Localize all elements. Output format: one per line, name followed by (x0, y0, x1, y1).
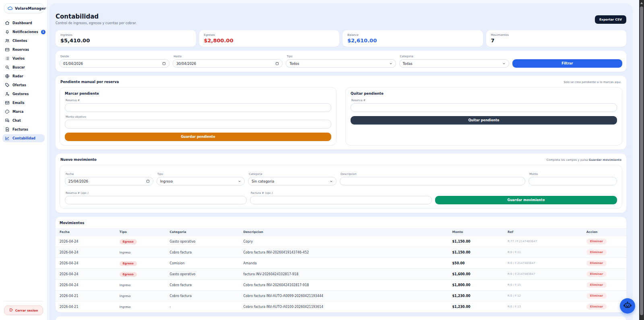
mark-reserva-field: Reserva # (65, 99, 331, 112)
mark-pending-subcard: Marcar pendiente Reserva # Monto objetiv… (60, 87, 336, 145)
sidebar-item-label: Buscar (12, 66, 25, 69)
tag-icon (5, 83, 10, 87)
stat-label: Ingresos (60, 33, 191, 37)
guardar-pendiente-button[interactable]: Guardar pendiente (65, 133, 331, 141)
stat-label: Balance (347, 33, 478, 37)
sidebar-item-label: Radar (12, 75, 23, 78)
filter-hasta: Hasta 30/04/2026 (173, 55, 283, 68)
tipo-select[interactable]: Todos (286, 59, 396, 68)
cell-accion: Eliminar (586, 269, 626, 280)
eliminar-button[interactable]: Eliminar (586, 260, 607, 266)
nm-reserva-field: Reserva # (opc.) (65, 188, 247, 204)
cell-categoria: Cobro factura (170, 291, 244, 301)
ingreso-label: Ingreso (120, 251, 131, 254)
mark-monto-input[interactable] (65, 120, 331, 129)
app-logo[interactable]: VolareManager (4, 3, 44, 13)
user-icon (5, 91, 10, 96)
sidebar-item-label: Chat (12, 119, 21, 123)
remove-reserva-field: Reserva # (351, 99, 617, 112)
nm-fecha-input[interactable]: 25/04/2026 (65, 177, 153, 185)
guardar-movimiento-button[interactable]: Guardar movimiento (435, 196, 617, 204)
nm-descripcion-input[interactable] (340, 177, 525, 185)
nm-tipo-select[interactable]: Ingreso (157, 177, 245, 185)
sidebar-item-label: Notificaciones (12, 30, 38, 34)
nm-categoria-select[interactable]: Sin categoria (248, 177, 336, 185)
scrollbar-thumb[interactable] (640, 6, 643, 315)
scrollbar-up-arrow[interactable] (640, 2, 643, 4)
logout-button[interactable]: Cerrar sesion (4, 305, 43, 315)
movements-title: Movimientos (56, 217, 626, 228)
sidebar-item-reservas[interactable]: Reservas (2, 46, 45, 54)
quitar-pendiente-button[interactable]: Quitar pendiente (351, 116, 617, 125)
cell-fecha: 2026-04-24 (56, 258, 120, 269)
eliminar-button[interactable]: Eliminar (586, 249, 607, 255)
chat-bot-button[interactable] (620, 298, 635, 314)
sidebar-item-ofertas[interactable]: Ofertas (2, 81, 45, 89)
sidebar-item-marca[interactable]: Marca (2, 108, 45, 116)
cell-categoria: Comision (170, 258, 244, 269)
nm-factura-input[interactable] (250, 196, 432, 204)
sidebar-item-contabilidad[interactable]: Contabilidad (2, 134, 45, 142)
chevron-down-icon (502, 62, 506, 65)
sidebar-item-chat[interactable]: Chat (2, 116, 45, 125)
cell-descripcion: factura INV-20260424102817-918 (244, 269, 452, 280)
cell-fecha: 2026-04-21 (56, 301, 120, 312)
cell-ref: R:77 / F:2147483647 (508, 236, 586, 247)
globe-icon (5, 74, 10, 79)
eliminar-button[interactable]: Eliminar (586, 271, 607, 277)
sidebar-item-label: Emails (12, 101, 24, 105)
cell-tipo: Egreso (120, 236, 170, 247)
cell-categoria: Cobro factura (170, 247, 244, 258)
sidebar-item-dashboard[interactable]: Dashboard (2, 19, 45, 27)
nm-reserva-input[interactable] (65, 196, 247, 204)
column-header: Tipo (120, 228, 170, 236)
sidebar-item-clientes[interactable]: Clientes (2, 37, 45, 45)
stat-card-egresos: Egresos $2,800.00 (199, 30, 340, 47)
stats-row: Ingresos $5,410.00 Egresos $2,800.00 Bal… (56, 30, 626, 47)
cell-categoria: Gasto operativo (170, 269, 244, 280)
users-icon (5, 38, 10, 43)
eliminar-button[interactable]: Eliminar (586, 293, 607, 299)
stat-value: $5,410.00 (60, 37, 191, 44)
sidebar-item-label: Contabilidad (12, 137, 35, 140)
categoria-select[interactable]: Todas (399, 59, 509, 68)
filtrar-button[interactable]: Filtrar (512, 59, 622, 68)
mark-reserva-input[interactable] (65, 103, 331, 112)
movement-row: 2026-04-21Ingreso-Cobro factura INV-AUTO… (56, 301, 626, 312)
pending-card: Pendiente manual por reserva Solo se cre… (56, 76, 626, 150)
search-icon (5, 65, 10, 70)
remove-reserva-input[interactable] (351, 103, 617, 112)
scrollbar[interactable] (639, 0, 644, 320)
cell-ref: R:0 / F:15 (508, 280, 586, 291)
nm-submit-field: Guardar movimiento (435, 191, 617, 204)
hasta-date-input[interactable]: 30/04/2026 (173, 59, 283, 68)
chat-icon (5, 118, 10, 123)
nm-monto-input[interactable] (528, 177, 617, 185)
sidebar-item-radar[interactable]: Radar (2, 72, 45, 80)
sidebar-item-vuelos[interactable]: Vuelos (2, 54, 45, 62)
ingreso-label: Ingreso (120, 283, 131, 287)
desde-date-input[interactable]: 01/04/2026 (60, 59, 169, 68)
sidebar-item-buscar[interactable]: Buscar (2, 63, 45, 71)
sidebar-item-facturas[interactable]: Facturas (2, 125, 45, 133)
sidebar-item-notificaciones[interactable]: Notificaciones1 (2, 28, 45, 36)
eliminar-button[interactable]: Eliminar (586, 304, 607, 310)
export-csv-button[interactable]: Exportar CSV (595, 15, 626, 24)
nm-monto-field: Monto (528, 172, 617, 185)
cell-categoria: - (170, 301, 244, 312)
eliminar-button[interactable]: Eliminar (586, 282, 607, 288)
sidebar-item-emails[interactable]: Emails (2, 99, 45, 107)
eliminar-button[interactable]: Eliminar (586, 239, 607, 244)
new-movement-note: Completa los campos y pulsa Guardar movi… (547, 158, 621, 162)
stat-label: Movimientos (491, 33, 622, 37)
logout-icon (9, 308, 13, 313)
home-icon (5, 21, 10, 25)
cell-tipo: Ingreso (120, 301, 170, 312)
filter-categoria: Categoria Todas (399, 55, 509, 68)
sidebar-item-label: Clientes (12, 39, 27, 43)
cell-monto: $1,150.00 (452, 236, 508, 247)
sidebar-item-label: Marca (12, 110, 23, 114)
filters-card: Desde 01/04/2026 Hasta 30/04/2026 (56, 51, 626, 72)
sidebar-item-gestores[interactable]: Gestores (2, 90, 45, 98)
cell-monto: $1,230.00 (452, 301, 508, 312)
